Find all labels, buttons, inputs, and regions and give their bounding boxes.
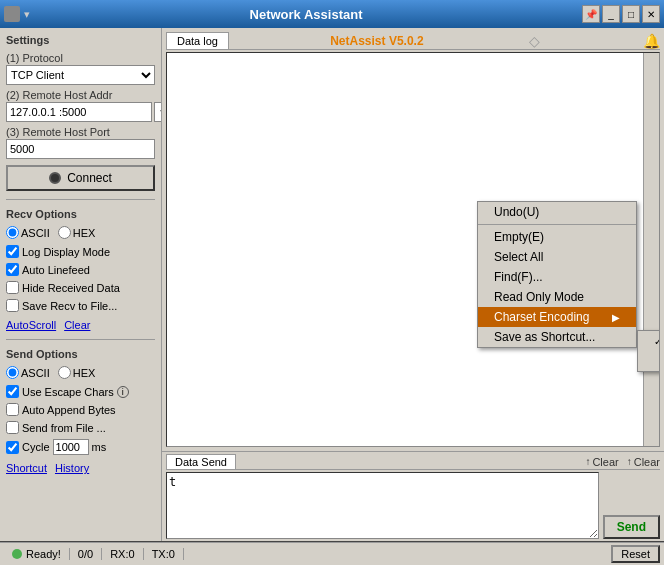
recv-links-row: AutoScroll Clear: [6, 319, 155, 331]
recv-hex-radio-label[interactable]: HEX: [58, 226, 96, 239]
data-log-tab[interactable]: Data log: [166, 32, 229, 49]
history-link[interactable]: History: [55, 462, 89, 474]
charset-submenu: ANSI(GBK) UTF8: [637, 330, 660, 372]
cycle-checkbox-label[interactable]: Cycle ms: [6, 439, 155, 455]
context-undo[interactable]: Undo(U): [478, 202, 636, 222]
shortcut-link[interactable]: Shortcut: [6, 462, 47, 474]
separator-1: [6, 199, 155, 200]
use-escape-chars-checkbox[interactable]: [6, 385, 19, 398]
send-button[interactable]: Send: [603, 515, 660, 539]
context-select-all[interactable]: Select All: [478, 247, 636, 267]
context-menu: Undo(U) Empty(E) Select All Find(F)... R…: [477, 201, 637, 348]
context-charset-label: Charset Encoding: [494, 310, 589, 324]
cycle-unit: ms: [92, 441, 107, 453]
send-clear-label-2: Clear: [634, 456, 660, 468]
protocol-field: (1) Protocol TCP Client: [6, 52, 155, 85]
hide-received-data-checkbox[interactable]: [6, 281, 19, 294]
pin-button[interactable]: 📌: [582, 5, 600, 23]
close-button[interactable]: ✕: [642, 5, 660, 23]
send-ascii-radio[interactable]: [6, 366, 19, 379]
main-container: Settings (1) Protocol TCP Client (2) Rem…: [0, 28, 664, 541]
charset-utf8[interactable]: UTF8: [638, 351, 660, 371]
send-from-file-checkbox[interactable]: [6, 421, 19, 434]
connect-label: Connect: [67, 171, 112, 185]
send-from-file-text: Send from File ...: [22, 422, 106, 434]
auto-append-bytes-checkbox[interactable]: [6, 403, 19, 416]
send-input-row: t Send: [166, 472, 660, 539]
context-read-only[interactable]: Read Only Mode: [478, 287, 636, 307]
version-label: NetAssist V5.0.2: [330, 34, 423, 48]
maximize-button[interactable]: □: [622, 5, 640, 23]
charset-arrow-icon: ▶: [612, 312, 620, 323]
recv-hex-radio[interactable]: [58, 226, 71, 239]
send-links-row: Shortcut History: [6, 462, 155, 474]
auto-append-bytes-checkbox-label[interactable]: Auto Append Bytes: [6, 403, 155, 416]
send-clear-btn-2[interactable]: ↑ Clear: [627, 456, 660, 468]
status-counter-text: 0/0: [78, 548, 93, 560]
recv-ascii-radio[interactable]: [6, 226, 19, 239]
data-send-area: Data Send ↑ Clear ↑ Clear t Send: [162, 451, 664, 541]
status-tx-segment: TX:0: [144, 548, 184, 560]
right-panel: Data log NetAssist V5.0.2 ◇ 🔔 Undo(U) Em…: [162, 28, 664, 541]
auto-linefeed-checkbox-label[interactable]: Auto Linefeed: [6, 263, 155, 276]
connect-button[interactable]: Connect: [6, 165, 155, 191]
auto-append-bytes-text: Auto Append Bytes: [22, 404, 116, 416]
send-ascii-label: ASCII: [21, 367, 50, 379]
separator-2: [6, 339, 155, 340]
cycle-checkbox[interactable]: [6, 441, 19, 454]
remote-host-addr-row: ▾: [6, 102, 155, 122]
status-rx-segment: RX:0: [102, 548, 143, 560]
send-clear-btn-1[interactable]: ↑ Clear: [585, 456, 618, 468]
protocol-label: (1) Protocol: [6, 52, 155, 64]
cycle-value-input[interactable]: [53, 439, 89, 455]
send-hex-label: HEX: [73, 367, 96, 379]
recv-ascii-label: ASCII: [21, 227, 50, 239]
escape-chars-info-icon[interactable]: i: [117, 386, 129, 398]
save-recv-to-file-checkbox[interactable]: [6, 299, 19, 312]
context-find[interactable]: Find(F)...: [478, 267, 636, 287]
log-display-mode-checkbox[interactable]: [6, 245, 19, 258]
log-scrollbar[interactable]: [643, 53, 659, 446]
remote-host-addr-input[interactable]: [6, 102, 152, 122]
auto-linefeed-checkbox[interactable]: [6, 263, 19, 276]
cycle-label: Cycle: [22, 441, 50, 453]
send-hex-radio-label[interactable]: HEX: [58, 366, 96, 379]
remote-host-addr-field: (2) Remote Host Addr ▾: [6, 89, 155, 122]
recv-options-label: Recv Options: [6, 208, 155, 220]
context-empty[interactable]: Empty(E): [478, 227, 636, 247]
use-escape-chars-checkbox-label[interactable]: Use Escape Chars i: [6, 385, 155, 398]
remote-host-addr-dropdown[interactable]: ▾: [154, 102, 162, 122]
recv-clear-link[interactable]: Clear: [64, 319, 90, 331]
clear-arrow-icon-1: ↑: [585, 456, 590, 467]
minimize-button[interactable]: _: [602, 5, 620, 23]
settings-section-label: Settings: [6, 34, 155, 46]
send-input[interactable]: t: [166, 472, 599, 539]
title-bar: ▾ Network Assistant 📌 _ □ ✕: [0, 0, 664, 28]
title-bar-left: ▾: [4, 6, 30, 22]
send-ascii-radio-label[interactable]: ASCII: [6, 366, 50, 379]
gem-icon: ◇: [529, 33, 540, 49]
send-hex-radio[interactable]: [58, 366, 71, 379]
protocol-select[interactable]: TCP Client: [6, 65, 155, 85]
context-charset[interactable]: Charset Encoding ▶: [478, 307, 636, 327]
data-send-tab[interactable]: Data Send: [166, 454, 236, 469]
charset-ansi[interactable]: ANSI(GBK): [638, 331, 660, 351]
log-content-area: Undo(U) Empty(E) Select All Find(F)... R…: [166, 52, 660, 447]
auto-linefeed-text: Auto Linefeed: [22, 264, 90, 276]
hide-received-data-checkbox-label[interactable]: Hide Received Data: [6, 281, 155, 294]
send-from-file-checkbox-label[interactable]: Send from File ...: [6, 421, 155, 434]
log-display-mode-checkbox-label[interactable]: Log Display Mode: [6, 245, 155, 258]
recv-ascii-radio-label[interactable]: ASCII: [6, 226, 50, 239]
bell-icon: 🔔: [643, 33, 660, 49]
data-log-tab-bar: Data log NetAssist V5.0.2 ◇ 🔔: [166, 32, 660, 50]
context-save-shortcut[interactable]: Save as Shortcut...: [478, 327, 636, 347]
app-icon: [4, 6, 20, 22]
autoscroll-link[interactable]: AutoScroll: [6, 319, 56, 331]
remote-host-port-input[interactable]: [6, 139, 155, 159]
save-recv-to-file-checkbox-label[interactable]: Save Recv to File...: [6, 299, 155, 312]
clear-area: ↑ Clear ↑ Clear: [585, 456, 660, 468]
send-clear-label-1: Clear: [592, 456, 618, 468]
window-controls: 📌 _ □ ✕: [582, 5, 660, 23]
reset-button[interactable]: Reset: [611, 545, 660, 563]
status-ready-segment: Ready!: [4, 548, 70, 560]
